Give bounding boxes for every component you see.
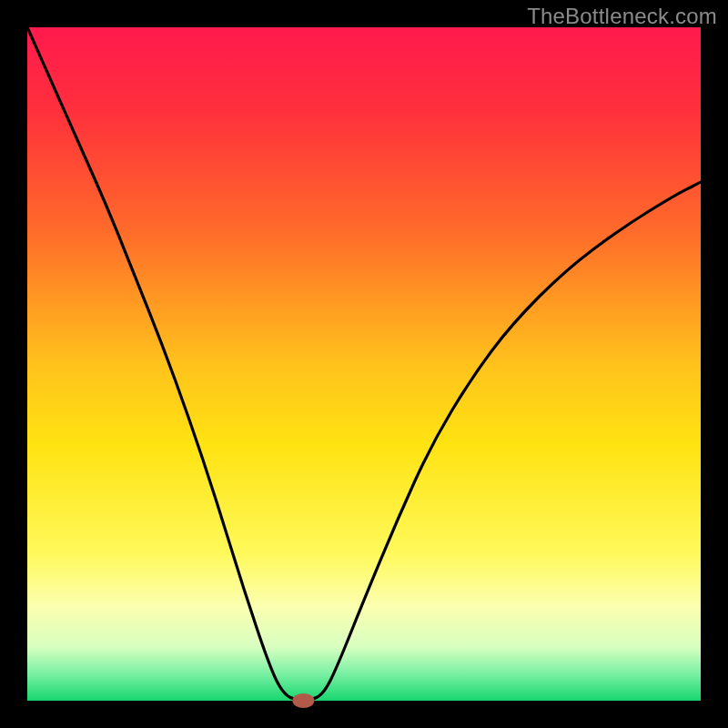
bottleneck-chart	[0, 0, 728, 728]
optimum-marker	[292, 693, 314, 708]
watermark-text: TheBottleneck.com	[527, 4, 717, 29]
